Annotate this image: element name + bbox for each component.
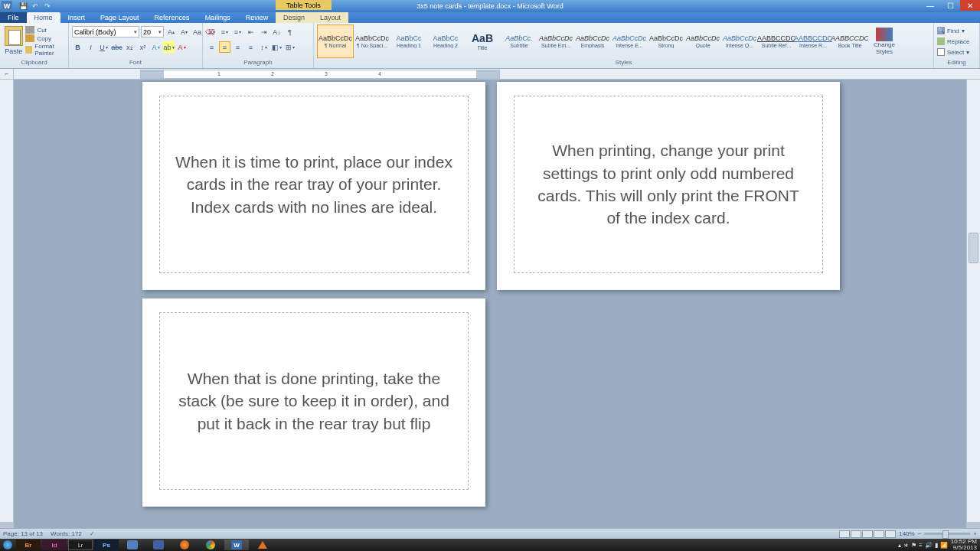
highlight-button[interactable]: ab xyxy=(163,41,175,53)
status-proof-icon[interactable]: ✓ xyxy=(90,530,95,537)
format-painter-button[interactable]: Format Painter xyxy=(25,43,65,57)
numbering-button[interactable]: ≡ xyxy=(219,26,230,37)
style-item[interactable]: AaBTitle xyxy=(464,24,501,58)
style-item[interactable]: AaBbCcDcSubtle Em... xyxy=(537,24,574,58)
style-item[interactable]: AaBbCcHeading 2 xyxy=(427,24,464,58)
view-print-layout[interactable] xyxy=(839,530,850,538)
bold-button[interactable]: B xyxy=(72,41,83,53)
align-left-button[interactable]: ≡ xyxy=(206,41,217,53)
card-text[interactable]: When that is done printing, take the sta… xyxy=(175,367,452,435)
index-card[interactable]: When that is done printing, take the sta… xyxy=(142,298,485,507)
tray-network-icon[interactable]: ≡ xyxy=(919,542,923,549)
change-styles-button[interactable]: Change Styles xyxy=(870,24,899,55)
change-case-button[interactable]: Aa xyxy=(191,26,203,37)
card-cell[interactable]: When it is time to print, place our inde… xyxy=(159,96,469,273)
taskbar-vlc[interactable] xyxy=(250,540,275,550)
cut-button[interactable]: Cut xyxy=(25,26,65,34)
copy-button[interactable]: Copy xyxy=(25,34,65,42)
style-item[interactable]: AaBbCcDcEmphasis xyxy=(574,24,611,58)
tray-clock[interactable]: 10:52 PM 9/5/2013 xyxy=(951,539,977,551)
style-item[interactable]: AaBbCcDcIntense Q... xyxy=(721,24,758,58)
zoom-out-button[interactable]: − xyxy=(918,530,922,537)
style-item[interactable]: AaBbCcDc¶ No Spaci... xyxy=(354,24,390,58)
style-item[interactable]: AaBbCcDcStrong xyxy=(648,24,684,58)
font-color-button[interactable]: A xyxy=(176,41,188,53)
show-marks-button[interactable]: ¶ xyxy=(284,26,296,37)
style-item[interactable]: AaBbCcDcIntense E... xyxy=(611,24,648,58)
tray-volume-icon[interactable]: 🔊 xyxy=(925,542,933,549)
taskbar-explorer[interactable] xyxy=(120,540,145,550)
tray-wifi-icon[interactable]: 📶 xyxy=(940,542,948,549)
taskbar-lightroom[interactable]: Lr xyxy=(68,540,93,550)
tray-bluetooth-icon[interactable]: ∗ xyxy=(903,542,909,549)
view-draft[interactable] xyxy=(885,530,896,538)
index-card[interactable]: When printing, change your print setting… xyxy=(497,82,840,290)
shading-button[interactable]: ◧ xyxy=(271,41,283,53)
status-page[interactable]: Page: 13 of 13 xyxy=(3,530,43,537)
style-item[interactable]: AaBbCcDc¶ Normal xyxy=(317,24,354,58)
select-button[interactable]: Select ▾ xyxy=(937,47,969,57)
style-item[interactable]: AaBbCcDcQuote xyxy=(684,24,721,58)
tab-layout[interactable]: Layout xyxy=(312,12,348,23)
tab-review[interactable]: Review xyxy=(238,12,276,23)
underline-button[interactable]: U xyxy=(98,41,109,53)
card-cell[interactable]: When that is done printing, take the sta… xyxy=(159,312,469,490)
paste-button[interactable]: Paste xyxy=(3,24,24,55)
styles-gallery[interactable]: AaBbCcDc¶ NormalAaBbCcDc¶ No Spaci...AaB… xyxy=(317,24,868,58)
view-full-screen[interactable] xyxy=(851,530,861,538)
tab-insert[interactable]: Insert xyxy=(60,12,93,23)
status-words[interactable]: Words: 172 xyxy=(51,530,82,537)
tab-mailings[interactable]: Mailings xyxy=(198,12,238,23)
increase-indent-button[interactable]: ⇥ xyxy=(258,26,270,37)
line-spacing-button[interactable]: ↕ xyxy=(258,41,270,53)
vertical-ruler[interactable] xyxy=(0,80,14,522)
sort-button[interactable]: A↓ xyxy=(271,26,283,37)
tab-home[interactable]: Home xyxy=(27,12,60,23)
taskbar-chrome[interactable] xyxy=(198,540,223,550)
justify-button[interactable]: ≡ xyxy=(245,41,256,53)
card-text[interactable]: When printing, change your print setting… xyxy=(530,139,807,230)
replace-button[interactable]: Replace xyxy=(937,37,969,46)
font-name-combo[interactable]: Calibri (Body) xyxy=(72,26,139,37)
taskbar-firefox[interactable] xyxy=(172,540,197,550)
tab-design[interactable]: Design xyxy=(276,12,312,23)
taskbar-word[interactable]: W xyxy=(224,540,249,550)
zoom-level[interactable]: 140% xyxy=(899,530,914,537)
tray-action-icon[interactable]: ⚑ xyxy=(911,542,916,549)
tab-references[interactable]: References xyxy=(147,12,198,23)
style-item[interactable]: AABBCCDCIntense R... xyxy=(795,24,831,58)
document-canvas[interactable]: When it is time to print, place our inde… xyxy=(14,80,966,534)
ruler-corner[interactable]: ⌐ xyxy=(0,69,14,79)
vertical-scrollbar[interactable] xyxy=(966,80,980,522)
card-text[interactable]: When it is time to print, place our inde… xyxy=(175,151,452,218)
taskbar-indesign[interactable]: Id xyxy=(42,540,67,550)
superscript-button[interactable]: x² xyxy=(137,41,149,53)
close-button[interactable]: ✕ xyxy=(960,0,980,11)
italic-button[interactable]: I xyxy=(85,41,96,53)
tray-battery-icon[interactable]: ▮ xyxy=(935,542,938,549)
taskbar-app[interactable] xyxy=(146,540,171,550)
grow-font-button[interactable]: A▴ xyxy=(165,26,177,37)
shrink-font-button[interactable]: A▾ xyxy=(178,26,190,37)
align-right-button[interactable]: ≡ xyxy=(232,41,243,53)
style-item[interactable]: AaBbCc.Subtitle xyxy=(501,24,537,58)
strike-button[interactable]: abc xyxy=(111,41,122,53)
index-card[interactable]: When it is time to print, place our inde… xyxy=(142,82,485,290)
view-web-layout[interactable] xyxy=(862,530,873,538)
multilevel-button[interactable]: ≡ xyxy=(232,26,243,37)
borders-button[interactable]: ⊞ xyxy=(284,41,296,53)
card-cell[interactable]: When printing, change your print setting… xyxy=(514,96,823,273)
style-item[interactable]: AABBCCDCBook Title xyxy=(831,24,868,58)
decrease-indent-button[interactable]: ⇤ xyxy=(245,26,256,37)
taskbar-photoshop[interactable]: Ps xyxy=(94,540,119,550)
align-center-button[interactable]: ≡ xyxy=(219,41,230,53)
style-item[interactable]: AABBCCDCSubtle Ref... xyxy=(758,24,795,58)
start-button[interactable] xyxy=(0,540,15,550)
tab-file[interactable]: File xyxy=(0,12,27,23)
taskbar-bridge[interactable]: Br xyxy=(16,540,41,550)
minimize-button[interactable]: — xyxy=(920,0,940,11)
style-item[interactable]: AaBbCcHeading 1 xyxy=(390,24,427,58)
view-outline[interactable] xyxy=(874,530,884,538)
tab-page-layout[interactable]: Page Layout xyxy=(93,12,147,23)
save-icon[interactable]: 💾 xyxy=(18,2,28,11)
